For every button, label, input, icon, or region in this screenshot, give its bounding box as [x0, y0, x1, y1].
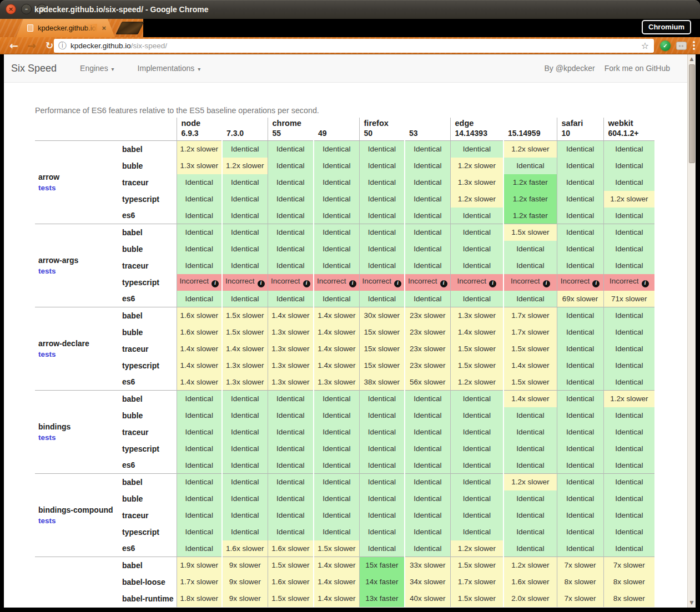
perf-cell: 1.5x slower [450, 590, 503, 607]
perf-cell: Identical [450, 457, 503, 474]
tests-link[interactable]: tests [38, 267, 121, 275]
perf-cell: Identical [359, 391, 405, 407]
perf-cell: Identical [503, 507, 557, 524]
perf-cell: Identical [359, 174, 405, 191]
header-spacer [35, 129, 177, 141]
engine-header: chrome [268, 118, 359, 129]
perf-cell: Identical [177, 474, 222, 490]
perf-cell: Identical [503, 257, 557, 274]
perf-cell: 1.2x slower [503, 141, 557, 158]
scrollbar-down-icon[interactable]: ▼ [688, 599, 696, 607]
perf-cell: Identical [314, 141, 359, 158]
perf-cell: Identical [268, 141, 314, 158]
tests-link[interactable]: tests [38, 184, 121, 192]
perf-cell: Identical [177, 507, 222, 524]
perf-cell: Identical [359, 141, 405, 158]
window-minimize-button[interactable]: – [21, 4, 32, 14]
perf-cell: Identical [268, 158, 314, 174]
perf-cell: Identical [450, 208, 503, 224]
perf-cell: Identical [359, 407, 405, 424]
perf-cell: Identical [405, 540, 450, 557]
perf-cell: 1.6x slower [268, 540, 314, 557]
perf-cell: 69x slower [557, 291, 603, 307]
perf-cell: 1.3x slower [450, 174, 503, 191]
perf-cell: 7x slower [557, 557, 603, 574]
perf-cell: Identical [314, 424, 359, 441]
tests-link[interactable]: tests [38, 517, 121, 525]
feature-group-label: arrow-declare [38, 339, 121, 348]
perf-cell: Identical [359, 424, 405, 441]
perf-cell: Identical [222, 524, 268, 540]
info-icon[interactable]: i [489, 280, 496, 287]
info-icon[interactable]: i [592, 280, 600, 287]
version-header: 55 [268, 129, 314, 141]
engine-header: edge [450, 118, 557, 129]
perf-cell: Identical [557, 141, 603, 158]
impl-label: typescript [121, 524, 177, 540]
perf-cell: Identical [603, 374, 654, 391]
perf-cell: Identical [603, 257, 654, 274]
perf-cell: Identical [177, 490, 222, 507]
perf-cell: 1.7x slower [450, 574, 503, 590]
feature-group-label: arrow-args [38, 256, 121, 265]
nav-engines[interactable]: Engines ▾ [80, 64, 114, 73]
perf-cell: Identical [405, 224, 450, 241]
perf-cell: Identical [557, 524, 603, 540]
perf-cell: 23x slower [405, 357, 450, 374]
brand-link[interactable]: Six Speed [11, 63, 57, 74]
info-icon[interactable]: i [642, 280, 649, 287]
tests-link[interactable]: tests [38, 350, 121, 358]
perf-cell: Identical [450, 141, 503, 158]
bookmark-star-icon[interactable]: ☆ [641, 39, 649, 53]
perf-cell: Identical [405, 174, 450, 191]
perf-cell: Identical [450, 241, 503, 257]
chromium-badge: Chromium [642, 20, 691, 34]
window-close-button[interactable]: × [6, 4, 16, 14]
author-link[interactable]: By @kpdecker [544, 64, 595, 73]
info-icon[interactable]: i [349, 280, 356, 287]
address-bar[interactable]: ⓘ kpdecker.github.io/six-speed/ ☆ [54, 39, 654, 53]
scrollbar-track[interactable]: ▲ ▼ [687, 54, 696, 608]
info-icon[interactable]: i [394, 280, 401, 287]
perf-cell: Identical [177, 174, 222, 191]
browser-tab[interactable]: kpdecker.github.io/si × [16, 19, 115, 37]
perf-cell: 1.5x slower [450, 341, 503, 357]
perf-cell: Incorrecti [450, 274, 503, 291]
perf-cell: 1.6x slower [222, 540, 268, 557]
info-icon[interactable]: i [543, 280, 550, 287]
github-fork-link[interactable]: Fork me on GitHub [605, 64, 670, 73]
scrollbar-thumb[interactable] [689, 64, 695, 163]
perf-cell: Identical [603, 224, 654, 241]
perf-cell: 1.6x slower [503, 574, 557, 590]
perf-cell: Identical [450, 291, 503, 307]
perf-cell: Identical [557, 191, 603, 208]
perf-cell: Identical [405, 424, 450, 441]
perf-cell: Identical [222, 241, 268, 257]
nav-implementations[interactable]: Implementations ▾ [138, 64, 201, 73]
info-icon[interactable]: i [303, 280, 310, 287]
window-titlebar: × – kpdecker.github.io/six-speed/ - Goog… [0, 0, 700, 19]
perf-cell: 1.3x slower [314, 374, 359, 391]
perf-cell: Identical [222, 208, 268, 224]
perf-cell: Identical [557, 307, 603, 324]
page-info-icon[interactable]: ⓘ [58, 41, 67, 51]
perf-cell: Identical [557, 507, 603, 524]
info-icon[interactable]: i [440, 280, 447, 287]
perf-cell: Identical [557, 490, 603, 507]
perf-cell: Identical [405, 241, 450, 257]
browser-menu-icon[interactable] [693, 41, 695, 51]
info-icon[interactable]: i [258, 280, 265, 287]
info-icon[interactable]: i [211, 280, 219, 287]
impl-label: buble [121, 241, 177, 257]
extension-icon-gray[interactable]: ⁎⁎ [676, 42, 687, 50]
tab-close-icon[interactable]: × [102, 24, 106, 32]
back-icon[interactable]: ← [7, 37, 21, 54]
perf-cell: 1.2x slower [222, 158, 268, 174]
scrollbar-up-icon[interactable]: ▲ [688, 55, 696, 63]
perf-cell: Identical [405, 507, 450, 524]
perf-cell: 1.2x slower [177, 141, 222, 158]
caret-down-icon: ▾ [112, 66, 114, 72]
extension-icon-green[interactable]: ✓ [660, 41, 671, 51]
tests-link[interactable]: tests [38, 433, 121, 442]
engine-header: node [177, 118, 268, 129]
